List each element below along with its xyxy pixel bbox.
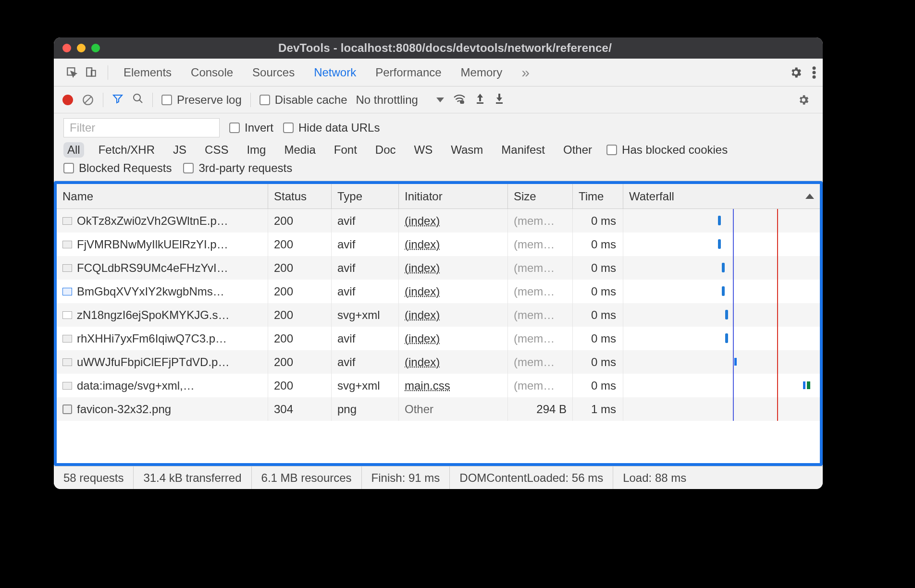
download-icon[interactable] xyxy=(494,93,505,107)
cell-status: 200 xyxy=(268,327,332,350)
zoom-icon[interactable] xyxy=(91,44,100,52)
type-css[interactable]: CSS xyxy=(201,142,232,158)
type-js[interactable]: JS xyxy=(169,142,190,158)
type-fetch-xhr[interactable]: Fetch/XHR xyxy=(95,142,159,158)
divider xyxy=(250,93,251,107)
col-type[interactable]: Type xyxy=(332,184,399,208)
inspect-icon[interactable] xyxy=(62,63,82,82)
type-wasm[interactable]: Wasm xyxy=(447,142,487,158)
cell-waterfall xyxy=(623,256,820,280)
cell-type: svg+xml xyxy=(332,374,399,397)
tab-network[interactable]: Network xyxy=(314,59,356,88)
sort-asc-icon xyxy=(805,194,814,199)
has-blocked-cookies-checkbox[interactable]: Has blocked cookies xyxy=(606,143,728,157)
status-transferred: 31.4 kB transferred xyxy=(134,466,251,489)
col-size[interactable]: Size xyxy=(508,184,573,208)
col-name[interactable]: Name xyxy=(57,184,268,208)
cell-size: (mem… xyxy=(508,280,573,303)
cell-initiator[interactable]: (index) xyxy=(399,350,508,374)
status-requests: 58 requests xyxy=(54,466,134,489)
cell-status: 200 xyxy=(268,303,332,327)
type-font[interactable]: Font xyxy=(330,142,361,158)
filter-input[interactable] xyxy=(63,118,220,137)
type-manifest[interactable]: Manifest xyxy=(497,142,549,158)
cell-size: (mem… xyxy=(508,327,573,350)
kebab-menu-icon[interactable] xyxy=(812,66,816,79)
cell-name: zN18ngzI6ejSpoKMYKJG.s… xyxy=(77,308,229,322)
tab-console[interactable]: Console xyxy=(191,59,233,86)
throttling-select[interactable]: No throttling xyxy=(356,93,444,107)
cell-initiator[interactable]: (index) xyxy=(399,233,508,256)
table-row[interactable]: FCQLdbRS9UMc4eFHzYvI…200avif(index)(mem…… xyxy=(57,256,820,280)
record-icon[interactable] xyxy=(62,95,73,105)
table-row[interactable]: data:image/svg+xml,…200svg+xmlmain.css(m… xyxy=(57,374,820,397)
cell-initiator[interactable]: (index) xyxy=(399,327,508,350)
col-time[interactable]: Time xyxy=(573,184,623,208)
tab-elements[interactable]: Elements xyxy=(124,59,172,86)
table-row[interactable]: BmGbqXVYxIY2kwgbNms…200avif(index)(mem…0… xyxy=(57,280,820,303)
cell-initiator[interactable]: (index) xyxy=(399,209,508,233)
clear-icon[interactable] xyxy=(82,94,94,106)
filter-icon[interactable] xyxy=(112,93,124,107)
tab-memory[interactable]: Memory xyxy=(461,59,503,86)
cell-size: (mem… xyxy=(508,374,573,397)
cell-type: png xyxy=(332,397,399,421)
resource-icon xyxy=(62,217,72,225)
type-media[interactable]: Media xyxy=(280,142,319,158)
table-row[interactable]: zN18ngzI6ejSpoKMYKJG.s…200svg+xml(index)… xyxy=(57,303,820,327)
cell-initiator[interactable]: (index) xyxy=(399,280,508,303)
type-ws[interactable]: WS xyxy=(410,142,437,158)
tab-sources[interactable]: Sources xyxy=(252,59,295,86)
status-load: Load: 88 ms xyxy=(613,466,696,489)
window-title: DevTools - localhost:8080/docs/devtools/… xyxy=(100,41,814,55)
col-initiator[interactable]: Initiator xyxy=(399,184,508,208)
chevron-down-icon xyxy=(436,98,444,102)
search-icon[interactable] xyxy=(132,93,144,107)
table-row[interactable]: OkTz8xZwi0zVh2GWltnE.p…200avif(index)(me… xyxy=(57,209,820,233)
type-filter-row: All Fetch/XHR JS CSS Img Media Font Doc … xyxy=(54,139,823,159)
type-other[interactable]: Other xyxy=(559,142,596,158)
invert-checkbox[interactable]: Invert xyxy=(229,121,273,135)
titlebar: DevTools - localhost:8080/docs/devtools/… xyxy=(54,37,823,59)
minimize-icon[interactable] xyxy=(77,44,86,52)
cell-waterfall xyxy=(623,350,820,374)
device-toggle-icon[interactable] xyxy=(82,63,101,82)
type-all[interactable]: All xyxy=(63,142,84,158)
cell-name: FjVMRBNwMyIlkUElRzYI.p… xyxy=(77,238,228,251)
type-doc[interactable]: Doc xyxy=(371,142,400,158)
preserve-log-checkbox[interactable]: Preserve log xyxy=(161,93,242,107)
table-row[interactable]: uWWJfuFbpiClEFjPTdVD.p…200avif(index)(me… xyxy=(57,350,820,374)
blocked-requests-checkbox[interactable]: Blocked Requests xyxy=(63,161,172,175)
disable-cache-checkbox[interactable]: Disable cache xyxy=(260,93,347,107)
cell-waterfall xyxy=(623,397,820,421)
third-party-requests-checkbox[interactable]: 3rd-party requests xyxy=(183,161,292,175)
cell-status: 200 xyxy=(268,209,332,233)
cell-size: (mem… xyxy=(508,303,573,327)
table-row[interactable]: FjVMRBNwMyIlkUElRzYI.p…200avif(index)(me… xyxy=(57,233,820,256)
type-img[interactable]: Img xyxy=(243,142,270,158)
resource-icon xyxy=(62,311,72,319)
table-row[interactable]: favicon-32x32.png304pngOther294 B1 ms xyxy=(57,397,820,421)
cell-initiator[interactable]: (index) xyxy=(399,303,508,327)
close-icon[interactable] xyxy=(62,44,71,52)
cell-initiator[interactable]: main.css xyxy=(399,374,508,397)
panel-settings-icon[interactable] xyxy=(793,89,814,110)
cell-name: FCQLdbRS9UMc4eFHzYvI… xyxy=(77,261,228,275)
settings-icon[interactable] xyxy=(789,66,803,79)
network-conditions-icon[interactable] xyxy=(453,93,466,107)
cell-time: 0 ms xyxy=(573,374,623,397)
hide-data-urls-checkbox[interactable]: Hide data URLs xyxy=(283,121,380,135)
cell-name: BmGbqXVYxIY2kwgbNms… xyxy=(77,285,224,298)
table-row[interactable]: rhXHHi7yxFm6IqiwQ7C3.p…200avif(index)(me… xyxy=(57,327,820,350)
resource-icon xyxy=(62,264,72,272)
resource-icon xyxy=(62,241,72,248)
col-status[interactable]: Status xyxy=(268,184,332,208)
cell-initiator[interactable]: (index) xyxy=(399,256,508,280)
resource-icon xyxy=(62,288,72,295)
upload-icon[interactable] xyxy=(475,93,485,107)
tabs-overflow-icon[interactable]: » xyxy=(521,57,530,88)
col-waterfall[interactable]: Waterfall xyxy=(623,184,820,208)
cell-initiator[interactable]: Other xyxy=(399,397,508,421)
cell-time: 0 ms xyxy=(573,280,623,303)
tab-performance[interactable]: Performance xyxy=(375,59,441,86)
